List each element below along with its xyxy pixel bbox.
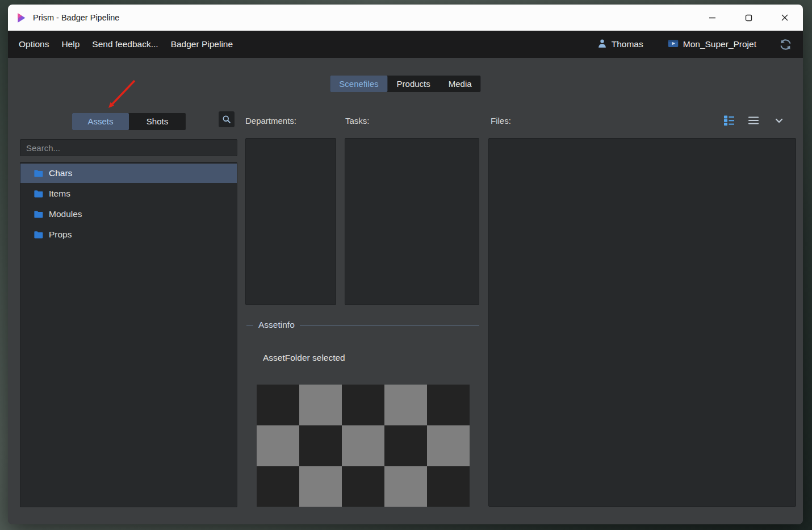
folder-icon (33, 209, 44, 220)
window-title: Prism - Badger Pipeline (33, 13, 119, 22)
browser-tab-bar: Assets Shots (72, 113, 186, 130)
tree-item-items[interactable]: Items (20, 184, 237, 203)
prism-logo-icon (15, 12, 27, 24)
departments-list[interactable] (245, 138, 336, 305)
minimize-icon (709, 14, 716, 22)
assetinfo-title: Assetinfo (253, 320, 300, 330)
detail-view-button[interactable] (721, 112, 737, 128)
project-icon (667, 37, 679, 52)
assetinfo-section-header: Assetinfo (246, 320, 479, 330)
close-button[interactable] (767, 5, 803, 31)
tab-media[interactable]: Media (440, 76, 481, 92)
asset-preview-checkerboard (257, 385, 470, 507)
files-list[interactable] (488, 138, 796, 507)
tab-shots[interactable]: Shots (129, 113, 186, 130)
tree-item-props[interactable]: Props (20, 225, 237, 244)
minimize-button[interactable] (694, 5, 730, 31)
detail-list-icon (722, 114, 736, 127)
search-icon (221, 114, 232, 125)
user-name: Thomas (612, 39, 643, 49)
menu-help[interactable]: Help (55, 31, 86, 58)
content-area: Scenefiles Products Media Assets Shots C… (8, 58, 803, 524)
tree-item-label: Modules (49, 209, 82, 219)
refresh-icon (778, 37, 793, 52)
asset-selection-status: AssetFolder selected (263, 353, 345, 363)
close-icon (781, 14, 789, 22)
project-menu[interactable]: Mon_Super_Projet (662, 31, 762, 58)
asset-tree[interactable]: Chars Items Modules Props (20, 162, 237, 507)
departments-label: Departments: (245, 116, 296, 126)
tree-item-modules[interactable]: Modules (20, 205, 237, 224)
tab-assets[interactable]: Assets (72, 113, 129, 130)
list-view-button[interactable] (746, 112, 761, 128)
search-toggle-button[interactable] (219, 111, 235, 127)
maximize-button[interactable] (730, 5, 767, 31)
hamburger-icon (747, 114, 760, 127)
chevron-down-icon (772, 114, 786, 127)
main-tab-bar: Scenefiles Products Media (330, 76, 480, 92)
menubar: Options Help Send feedback... Badger Pip… (8, 31, 803, 58)
folder-icon (33, 229, 44, 240)
menu-options[interactable]: Options (12, 31, 55, 58)
titlebar: Prism - Badger Pipeline (8, 5, 803, 31)
menu-badger-pipeline[interactable]: Badger Pipeline (165, 31, 239, 58)
tree-item-chars[interactable]: Chars (20, 164, 237, 183)
tree-item-label: Chars (49, 168, 72, 178)
folder-icon (33, 168, 44, 179)
tab-products[interactable]: Products (388, 76, 440, 92)
tab-scenefiles[interactable]: Scenefiles (330, 76, 387, 92)
refresh-button[interactable] (776, 35, 795, 54)
maximize-icon (745, 14, 752, 22)
files-label: Files: (491, 116, 511, 126)
search-input[interactable] (20, 139, 237, 156)
app-window: Prism - Badger Pipeline Options Help Sen… (8, 5, 803, 524)
tasks-list[interactable] (345, 138, 479, 305)
tree-item-label: Props (49, 229, 72, 240)
project-name: Mon_Super_Projet (683, 39, 756, 49)
user-icon (597, 38, 608, 51)
folder-icon (33, 189, 44, 199)
tasks-label: Tasks: (345, 116, 370, 126)
expand-options-button[interactable] (771, 112, 787, 128)
menu-send-feedback[interactable]: Send feedback... (86, 31, 164, 58)
tree-item-label: Items (49, 189, 70, 199)
user-menu[interactable]: Thomas (591, 31, 649, 58)
